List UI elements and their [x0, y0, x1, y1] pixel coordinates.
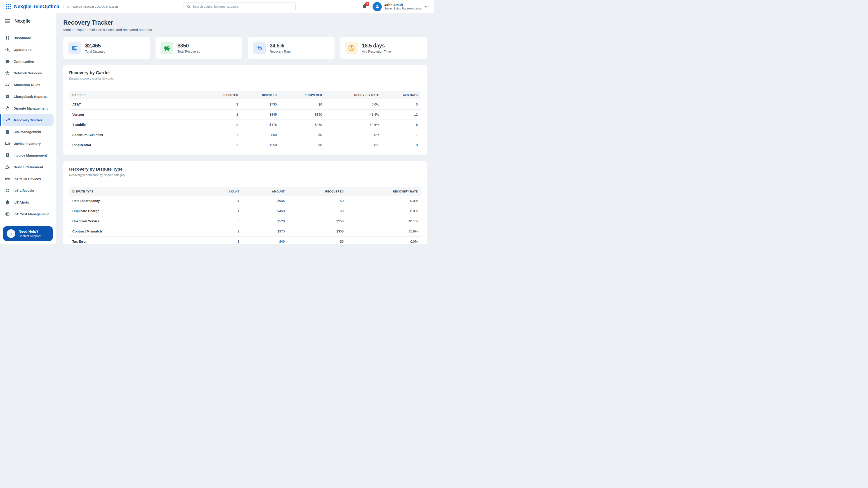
cell-recovery-rate: 48.1%: [347, 216, 421, 226]
cell-recovered: $0: [288, 196, 347, 206]
cell-amount: $450: [243, 206, 288, 216]
receipt-icon: [5, 94, 10, 99]
search-input[interactable]: [193, 5, 293, 8]
user-name: John Smith: [384, 3, 422, 7]
stat-text: $2,465 Total Disputed: [85, 43, 105, 53]
sidebar-item-invoice-management[interactable]: Invoice Management: [0, 149, 56, 161]
sim-card-icon: [5, 129, 10, 134]
sidebar-item-allocation-rules[interactable]: Allocation Rules: [0, 79, 56, 91]
sidebar-item-dashboard[interactable]: Dashboard: [0, 32, 56, 43]
help-title: Need Help?: [19, 229, 41, 234]
sidebar-item-label: Network Services: [13, 71, 42, 75]
sidebar-item-iot-lifecycle[interactable]: IoT Lifecycle: [0, 185, 56, 196]
table-row: Unknown Service3$520$25048.1%: [69, 216, 421, 226]
sidebar-item-device-retirement[interactable]: Device Retirement: [0, 161, 56, 173]
sidebar-item-iot-cost-management[interactable]: IoT Cost Management: [0, 208, 56, 220]
sidebar-item-iot-m2m-devices[interactable]: IoT/M2M Devices: [0, 173, 56, 185]
column-header: AMOUNT: [243, 187, 288, 196]
cell-avg-days: 0: [382, 99, 421, 109]
sidebar-item-dispute-management[interactable]: Dispute Management: [0, 102, 56, 114]
sidebar-item-label: Recovery Tracker: [14, 118, 42, 122]
cell-dispute-type: Tax Error: [69, 236, 203, 244]
cell-avg-days: 15: [382, 120, 421, 130]
dispute-table: DISPUTE TYPE COUNT AMOUNT RECOVERED RECO…: [69, 187, 421, 244]
sidebar-item-label: Dashboard: [13, 36, 31, 40]
stat-label: Total Disputed: [85, 50, 105, 53]
sidebar-item-label: Device Retirement: [13, 165, 43, 169]
cell-recovered: $0: [288, 236, 347, 244]
cell-avg-days: 12: [382, 109, 421, 120]
cell-recovery-rate: 0.0%: [347, 196, 421, 206]
table-row: Verizon3$845$35041.4%12: [69, 109, 421, 120]
cell-recovery-rate: 0.0%: [325, 130, 382, 140]
cell-amount: $945: [243, 196, 288, 206]
broadcast-icon: [5, 176, 10, 181]
global-search[interactable]: [184, 2, 296, 11]
wallet-icon: [5, 212, 10, 217]
section-title: Recovery by Dispute Type: [69, 167, 421, 172]
cell-recovery-rate: 0.0%: [325, 140, 382, 150]
sidebar-item-recovery-tracker[interactable]: Recovery Tracker: [2, 114, 54, 126]
cell-recovered: $250: [288, 216, 347, 226]
sidebar-item-operational[interactable]: Operational: [0, 43, 56, 55]
sidebar-header: Nexgile: [0, 13, 56, 29]
sidebar-item-label: IoT Cost Management: [13, 212, 49, 216]
cell-disputed: $735: [241, 99, 280, 109]
sidebar-item-iot-alerts[interactable]: IoT Alerts: [0, 196, 56, 208]
main-content: Recovery Tracker Monitor dispute resolut…: [56, 13, 434, 244]
column-header: RECOVERED: [288, 187, 347, 196]
cell-avg-days: 7: [382, 130, 421, 140]
column-header: RECOVERY RATE: [347, 187, 421, 196]
column-header: DISPUTES: [203, 91, 241, 99]
contact-support-button[interactable]: i Need Help? Contact Support: [3, 226, 53, 241]
query-stats-icon: [5, 47, 10, 52]
sidebar-item-device-inventory[interactable]: Device Inventory: [0, 138, 56, 149]
cell-recovered: $350: [288, 226, 347, 236]
user-role: Senior Sales Representative: [384, 7, 422, 10]
stat-card-total-recovered: $850 Total Recovered: [156, 37, 242, 59]
cell-recovery-rate: 35.9%: [347, 226, 421, 236]
sidebar-nav: Dashboard Operational Optimization: [0, 29, 56, 244]
column-header: DISPUTE TYPE: [69, 187, 203, 196]
cell-recovered: $350: [280, 109, 325, 120]
stat-text: 34.5% Recovery Rate: [270, 43, 291, 53]
cell-dispute-type: Rate Discrepancy: [69, 196, 203, 206]
cell-carrier: Verizon: [69, 109, 203, 120]
info-icon: i: [7, 229, 16, 238]
menu-toggle-icon[interactable]: [5, 20, 10, 23]
cell-disputed: $845: [241, 109, 280, 120]
sidebar-item-optimization[interactable]: Optimization: [0, 55, 56, 67]
sidebar-item-network-services[interactable]: Network Services: [0, 67, 56, 79]
chevron-down-icon: [424, 4, 429, 9]
sidebar-item-sim-management[interactable]: SIM Management: [0, 126, 56, 138]
cell-carrier: Spectrum Business: [69, 130, 203, 140]
sync-icon: [5, 188, 10, 193]
notifications-button[interactable]: 2: [361, 3, 368, 10]
sidebar-item-chargeback-reports[interactable]: Chargeback Reports: [0, 91, 56, 102]
section-subtitle: Dispute recovery metrics by carrier: [69, 77, 421, 80]
cell-recovery-rate: 52.6%: [325, 120, 382, 130]
cell-recovered: $0: [288, 206, 347, 216]
stat-card-total-disputed: $2,465 Total Disputed: [63, 37, 150, 59]
user-menu[interactable]: John Smith Senior Sales Representative: [373, 2, 429, 11]
stat-text: $850 Total Recovered: [178, 43, 200, 53]
sidebar-item-label: Invoice Management: [13, 153, 47, 157]
cell-recovery-rate: 0.0%: [325, 99, 382, 109]
column-header: COUNT: [203, 187, 243, 196]
table-row: Tax Error1$40$00.0%: [69, 236, 421, 244]
trending-up-icon: [5, 118, 10, 123]
cell-dispute-type: Unknown Service: [69, 216, 203, 226]
cell-recovery-rate: 41.4%: [325, 109, 382, 120]
table-row: Spectrum Business1$50$00.0%7: [69, 130, 421, 140]
cell-recovered: $0: [280, 99, 325, 109]
stat-text: 18.5 days Avg Resolution Time: [362, 43, 391, 53]
cell-count: 1: [203, 206, 243, 216]
cell-dispute-type: Contract Mismatch: [69, 226, 203, 236]
sidebar-item-label: Allocation Rules: [13, 83, 40, 87]
sidebar-item-label: Device Inventory: [13, 142, 41, 145]
sidebar-item-label: Chargeback Reports: [13, 95, 47, 98]
stat-cards-row: $2,465 Total Disputed $850 Tot: [63, 37, 427, 59]
sidebar-item-label: Dispute Management: [13, 106, 48, 110]
avatar: [373, 2, 382, 11]
brand-cluster[interactable]: Nexgile-TeleOptima AI-Powered Telecom Co…: [5, 4, 118, 9]
